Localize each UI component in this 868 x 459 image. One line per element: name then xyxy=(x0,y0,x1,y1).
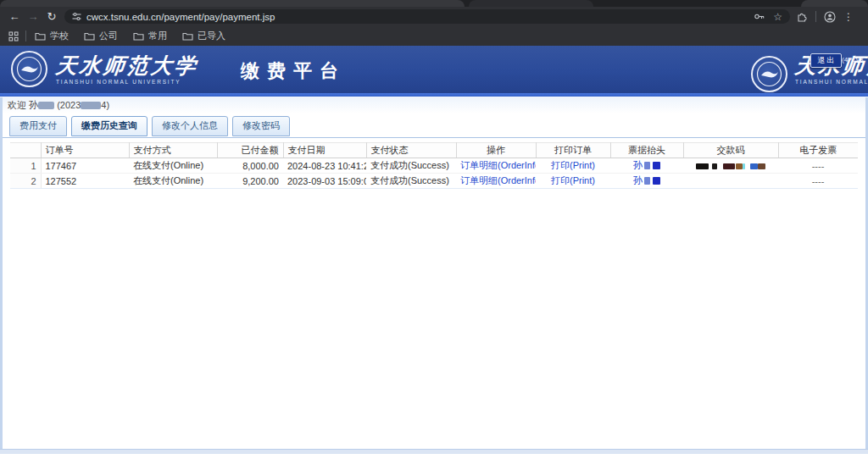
university-name-en: TIANSHUI NORMAL UNIVERSITY xyxy=(795,79,868,85)
print-cell: 打印(Print) xyxy=(536,174,610,189)
operation-cell: 订单明细(OrderInfo) xyxy=(456,158,536,174)
status-cell: 支付成功(Success) xyxy=(366,174,456,189)
browser-tab-strip xyxy=(0,0,868,7)
bookmark-folder-school[interactable]: 学校 xyxy=(35,30,69,42)
print-cell: 打印(Print) xyxy=(536,158,610,174)
col-einvoice: 电子发票 xyxy=(778,143,858,158)
tab-edit-profile[interactable]: 修改个人信息 xyxy=(152,116,228,136)
print-link[interactable]: 打印(Print) xyxy=(551,175,595,185)
pay-code-cell xyxy=(683,158,778,174)
toolbar-divider xyxy=(815,11,816,22)
payee-link[interactable]: 孙 xyxy=(633,160,660,170)
payee-cell: 孙 xyxy=(610,158,683,174)
operation-cell: 订单明细(OrderInfo) xyxy=(456,174,536,189)
col-pay-date: 支付日期 xyxy=(283,143,366,158)
pay-method-cell: 在线支付(Online) xyxy=(129,174,217,189)
university-name-block: 天水师范大学 TIANSHUI NORMAL UNIVERSITY xyxy=(56,55,198,85)
site-header-banner: 天水师范大学 TIANSHUI NORMAL UNIVERSITY 缴费平台 天… xyxy=(0,46,868,93)
browser-tab-right[interactable] xyxy=(801,0,868,7)
redacted-pay-code-block xyxy=(736,163,743,169)
bookmark-folder-imported[interactable]: 已导入 xyxy=(182,30,225,42)
bookmarks-bar: 学校 公司 常用 已导入 xyxy=(0,26,868,46)
logout-button[interactable]: 退 出 xyxy=(810,53,842,68)
url-text[interactable]: cwcx.tsnu.edu.cn/payment/pay/payment.jsp xyxy=(86,12,745,22)
payee-cell: 孙 xyxy=(610,174,683,189)
amount-cell: 9,200.00 xyxy=(217,174,283,189)
order-info-link[interactable]: 订单明细(OrderInfo) xyxy=(460,175,536,185)
einvoice-cell: ---- xyxy=(778,174,858,189)
pay-date-cell: 2024-08-23 10:41:23 xyxy=(283,158,366,174)
pay-date-cell: 2023-09-03 15:09:09 xyxy=(283,174,366,189)
redacted-pay-code-block xyxy=(696,163,709,169)
bookmark-star-icon[interactable]: ☆ xyxy=(773,12,782,22)
row-number-cell: 2 xyxy=(10,174,41,189)
folder-icon xyxy=(133,31,144,41)
redacted-pay-code-block xyxy=(758,163,765,169)
tab-change-password[interactable]: 修改密码 xyxy=(232,116,290,136)
bookmark-folder-common[interactable]: 常用 xyxy=(133,30,167,42)
bookmark-label: 已导入 xyxy=(198,30,225,42)
browser-tab-inactive[interactable] xyxy=(469,0,593,7)
col-status: 支付状态 xyxy=(366,143,456,158)
pay-method-cell: 在线支付(Online) xyxy=(129,158,217,174)
amount-cell: 8,000.00 xyxy=(217,158,283,174)
redacted-pay-code-block xyxy=(723,163,735,169)
content-panel: 欢迎 孙 (20234) 费用支付 缴费历史查询 修改个人信息 修改密码 订单号… xyxy=(0,97,868,454)
browser-toolbar: ← → ↻ cwcx.tsnu.edu.cn/payment/pay/payme… xyxy=(0,7,868,26)
password-key-icon[interactable] xyxy=(754,11,765,22)
row-number-cell: 1 xyxy=(10,158,41,174)
tab-payment-history[interactable]: 缴费历史查询 xyxy=(71,116,147,136)
col-operation: 操作 xyxy=(456,143,536,158)
col-pay-code: 交款码 xyxy=(683,143,778,158)
folder-icon xyxy=(35,31,46,41)
col-row-num xyxy=(10,143,41,158)
tab-bar: 费用支付 缴费历史查询 修改个人信息 修改密码 xyxy=(3,113,865,138)
tab-fee-payment[interactable]: 费用支付 xyxy=(9,116,67,136)
col-order-no: 订单号 xyxy=(41,143,129,158)
einvoice-cell: ---- xyxy=(778,158,858,174)
payee-link[interactable]: 孙 xyxy=(633,175,660,185)
apps-grid-icon[interactable] xyxy=(8,31,19,41)
university-name-en: TIANSHUI NORMAL UNIVERSITY xyxy=(56,79,198,85)
redacted-payee-block xyxy=(653,162,660,169)
redacted-student-id xyxy=(81,102,101,109)
university-seal-logo xyxy=(751,56,787,92)
address-bar[interactable]: cwcx.tsnu.edu.cn/payment/pay/payment.jsp… xyxy=(64,9,790,24)
col-amount: 已付金额 xyxy=(217,143,283,158)
bookmark-label: 常用 xyxy=(148,30,167,42)
folder-icon xyxy=(84,31,95,41)
order-info-link[interactable]: 订单明细(OrderInfo) xyxy=(460,160,536,170)
page-title: 缴费平台 xyxy=(241,58,346,84)
welcome-line: 欢迎 孙 (20234) xyxy=(3,97,865,113)
col-print: 打印订单 xyxy=(536,143,610,158)
welcome-account-open: (2023 xyxy=(57,100,81,110)
welcome-account-close: 4) xyxy=(101,100,109,110)
order-no-cell: 177467 xyxy=(41,158,129,174)
extensions-puzzle-icon[interactable] xyxy=(797,11,808,22)
profile-avatar-icon[interactable] xyxy=(824,11,836,23)
back-icon[interactable]: ← xyxy=(5,10,24,23)
site-info-tune-icon[interactable] xyxy=(72,12,81,21)
redacted-payee-name xyxy=(644,177,650,185)
bookmarks-divider xyxy=(25,30,26,41)
order-no-cell: 127552 xyxy=(41,174,129,189)
table-row: 2127552在线支付(Online)9,200.002023-09-03 15… xyxy=(10,174,858,189)
bookmark-label: 公司 xyxy=(99,30,118,42)
bookmark-folder-company[interactable]: 公司 xyxy=(84,30,118,42)
panel-bottom-strip xyxy=(0,449,868,454)
redacted-pay-code-block xyxy=(750,163,758,169)
print-link[interactable]: 打印(Print) xyxy=(551,160,595,170)
redacted-pay-code-block xyxy=(712,163,717,169)
redacted-payee-block xyxy=(653,177,660,185)
reload-icon[interactable]: ↻ xyxy=(42,10,61,23)
pay-code-cell xyxy=(683,174,778,189)
table-header-row: 订单号 支付方式 已付金额 支付日期 支付状态 操作 打印订单 票据抬头 交款码… xyxy=(10,143,858,158)
menu-kebab-icon[interactable]: ⋮ xyxy=(843,11,854,23)
payment-history-table: 订单号 支付方式 已付金额 支付日期 支付状态 操作 打印订单 票据抬头 交款码… xyxy=(10,142,858,189)
browser-tab-active[interactable] xyxy=(0,0,465,7)
bookmark-label: 学校 xyxy=(50,30,69,42)
redacted-name xyxy=(38,102,54,109)
payment-history-table-wrap: 订单号 支付方式 已付金额 支付日期 支付状态 操作 打印订单 票据抬头 交款码… xyxy=(3,138,865,189)
forward-icon[interactable]: → xyxy=(24,10,42,23)
welcome-text: 欢迎 孙 xyxy=(8,100,38,110)
